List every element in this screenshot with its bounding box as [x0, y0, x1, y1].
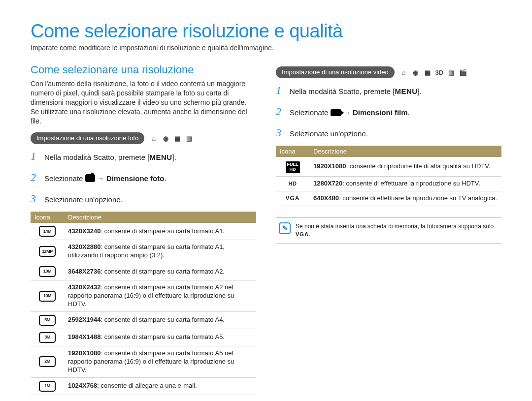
resolution-desc: : consente di stampare su carta formato … [101, 333, 225, 340]
video-resolution-pill: Impostazione di una risoluzione video [276, 66, 395, 78]
step-item: 3 Selezionate un'opzione. [31, 190, 256, 207]
resolution-icon: 12MP [39, 246, 56, 257]
resolution-icon: 10M [39, 266, 56, 277]
left-steps: 1 Nella modalità Scatto, premete [MENU].… [31, 148, 256, 207]
movie-mode-icon: 🎬 [459, 68, 467, 76]
resolution-desc-cell: 1920X1080: consente di stampare su carta… [64, 346, 256, 377]
right-steps: 1 Nella modalità Scatto, premete [MENU].… [276, 82, 501, 141]
table-row: HD1280X720: consente di effettuare la ri… [276, 176, 501, 191]
video-resolution-desc: : consente di effettuare la riproduzione… [339, 194, 497, 202]
step-number: 2 [31, 169, 38, 185]
video-resolution-value: 1920X1080 [313, 162, 346, 170]
auto-mode-icon: ⌂ [149, 134, 158, 142]
left-body: Con l'aumento della risoluzione, la foto… [31, 79, 256, 125]
page-title: Come selezionare risoluzione e qualità [31, 21, 501, 42]
resolution-desc-cell: 3648X2736: consente di stampare su carta… [64, 263, 256, 280]
resolution-desc: : consente di allegare a una e-mail. [97, 382, 197, 389]
resolution-icon: 2M [39, 356, 56, 367]
vga-label: VGA [296, 231, 309, 237]
table-header-desc: Descrizione [64, 212, 256, 223]
table-header-icon: Icona [276, 146, 309, 157]
content-columns: Come selezionare una risoluzione Con l'a… [31, 63, 501, 395]
table-header-desc: Descrizione [309, 146, 501, 157]
video-resolution-desc: : consente di effettuare la riproduzione… [342, 180, 480, 187]
menu-button-label: MENU [149, 152, 172, 163]
resolution-icon: 10M [39, 291, 56, 302]
right-mode-icons: ⌂ ◉ ▦ 3D ▥ 🎬 [399, 68, 467, 76]
video-desc-cell: 1920X1080: consente di riprodurre file d… [309, 157, 501, 176]
scene-mode-icon: ▦ [173, 134, 182, 142]
left-pill-row: Impostazione di una risoluzione foto ⌂ ◉… [31, 132, 256, 144]
resolution-icon: 14M [39, 226, 56, 237]
video-desc-cell: 640X480: consente di effettuare la ripro… [309, 191, 501, 206]
table-row: 12MP4320X2880: consente di stampare su c… [31, 240, 256, 263]
resolution-desc-cell: 4320X3240: consente di stampare su carta… [64, 223, 256, 240]
note-icon: ✎ [279, 222, 291, 234]
table-row: 1M1024X768: consente di allegare a una e… [31, 377, 256, 395]
right-column: Impostazione di una risoluzione video ⌂ … [276, 63, 501, 395]
resolution-icon-cell: 3M [31, 329, 64, 346]
step-number: 1 [31, 148, 38, 164]
resolution-value: 4320X2432 [68, 283, 101, 291]
step-item: 3 Selezionate un'opzione. [276, 124, 501, 141]
resolution-value: 3648X2736 [68, 268, 101, 275]
program-mode-icon: ◉ [411, 68, 420, 76]
vga-icon: VGA [285, 195, 299, 202]
right-pill-row: Impostazione di una risoluzione video ⌂ … [276, 66, 501, 78]
page-intro: Imparate come modificare le impostazioni… [31, 44, 501, 52]
memory-card-note: ✎ Se non è stata inserita una scheda di … [276, 217, 501, 245]
scene-mode-icon: ▦ [423, 68, 432, 76]
resolution-value: 4320X2880 [68, 243, 101, 250]
menu-button-label: MENU [395, 86, 417, 97]
3d-mode-icon: 3D [435, 68, 444, 76]
resolution-icon-cell: 12MP [31, 240, 64, 263]
resolution-value: 1024X768 [68, 382, 97, 389]
video-resolution-value: 640X480 [313, 194, 339, 202]
video-icon [331, 109, 341, 116]
resolution-icon: 5M [39, 315, 56, 326]
table-row: 10M4320X2432: consente di stampare su ca… [31, 280, 256, 312]
resolution-icon-cell: 14M [31, 223, 64, 240]
video-icon-cell: VGA [276, 191, 309, 206]
step-text: Selezionate → Dimensione foto. [44, 173, 166, 185]
resolution-icon-cell: 10M [31, 263, 64, 280]
step-item: 2 Selezionate → Dimensione foto. [31, 169, 256, 185]
camera-icon [85, 174, 95, 182]
table-row: 3M1984X1488: consente di stampare su car… [31, 329, 256, 346]
resolution-value: 4320X3240 [68, 227, 101, 235]
note-text: Se non è stata inserita una scheda di me… [296, 222, 494, 239]
hd-icon: HD [289, 181, 297, 186]
resolution-icon: 3M [39, 332, 56, 343]
resolution-desc-cell: 2592X1944: consente di stampare su carta… [64, 311, 256, 329]
step-text: Nella modalità Scatto, premete [MENU]. [44, 152, 176, 163]
step-item: 2 Selezionate → Dimensioni film. [276, 103, 501, 120]
resolution-desc: : consente di stampare su carta formato … [101, 227, 225, 235]
dual-mode-icon: ▥ [447, 68, 456, 76]
resolution-desc: : consente di stampare su carta formato … [101, 316, 225, 323]
video-icon-cell: HD [276, 176, 309, 191]
program-mode-icon: ◉ [161, 134, 170, 142]
step-number: 2 [276, 103, 284, 120]
step-text: Selezionate un'opzione. [44, 194, 123, 206]
step-text: Nella modalità Scatto, premete [MENU]. [290, 86, 422, 97]
photo-resolution-pill: Impostazione di una risoluzione foto [31, 132, 144, 144]
step-number: 1 [276, 82, 284, 98]
table-row: 10M3648X2736: consente di stampare su ca… [31, 263, 256, 280]
manual-page: Come selezionare risoluzione e qualità I… [0, 0, 532, 401]
resolution-value: 1920X1080 [68, 349, 101, 357]
resolution-desc-cell: 1984X1488: consente di stampare su carta… [64, 329, 256, 346]
table-row: 2M1920X1080: consente di stampare su car… [31, 346, 256, 377]
fullhd-icon: FULLHD [286, 161, 300, 173]
video-resolution-value: 1280X720 [313, 180, 342, 187]
table-row: FULLHD1920X1080: consente di riprodurre … [276, 157, 501, 176]
table-row: VGA640X480: consente di effettuare la ri… [276, 191, 501, 206]
left-subtitle: Come selezionare una risoluzione [31, 63, 256, 76]
resolution-icon-cell: 2M [31, 346, 64, 377]
resolution-desc: : consente di stampare su carta formato … [101, 268, 225, 275]
table-header-icon: Icona [31, 212, 64, 223]
dual-mode-icon: ▥ [185, 134, 194, 142]
resolution-icon-cell: 5M [31, 311, 64, 329]
step-text: Selezionate → Dimensioni film. [290, 107, 410, 119]
auto-mode-icon: ⌂ [399, 68, 408, 76]
video-desc-cell: 1280X720: consente di effettuare la ripr… [309, 176, 501, 191]
